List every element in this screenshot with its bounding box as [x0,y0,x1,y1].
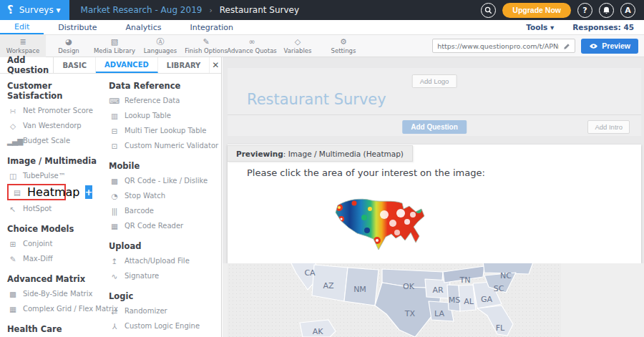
tab-advanced[interactable]: ADVANCED [96,57,158,73]
translate-icon: Ⓐ [157,38,165,47]
logic-fork-icon: ⅄ [109,322,119,331]
add-logo-button[interactable]: Add Logo [412,74,457,88]
item-randomizer[interactable]: ⇄ Randomizer [109,303,221,318]
tab-library[interactable]: LIBRARY [158,57,210,73]
item-net-promoter-score[interactable]: ∺ Net Promoter Score [7,103,109,118]
section-upload: Upload [109,241,221,251]
cursor-icon: ↖ [7,205,18,213]
nav-right: Tools ▾ Responses: 45 [526,23,644,31]
nav-distribute[interactable]: Distribute [44,20,111,34]
item-barcode[interactable]: ||| Barcode [109,203,221,218]
item-max-diff[interactable]: ✎ Max-Diff [7,251,109,266]
survey-header-block: Add Logo Restaurant Survey Add Question … [228,68,641,136]
section-health-care: Health Care [7,324,109,334]
tool-media-library[interactable]: ▧ Media Library [92,35,137,57]
preview-button[interactable]: Preview [581,39,638,54]
usa-states-map[interactable]: CA AZ NM OK AR TN NC SC MS AL GA TX LA F… [228,263,561,337]
tool-design[interactable]: ◕ Design [46,35,92,57]
state-label: LA [434,309,444,318]
tool-variables[interactable]: ◇ Variables [275,35,321,57]
item-complex-grid[interactable]: ▦ Complex Grid / Flex Matrix [7,301,109,316]
item-side-by-side-matrix[interactable]: ▩ Side-By-Side Matrix [7,286,109,301]
state-label: FL [496,323,505,333]
tab-basic[interactable]: BASIC [54,57,96,73]
questionpro-app: ? Surveys ▾ Market Research - Aug 2019 ›… [0,0,644,337]
item-conjoint[interactable]: ⊞ Conjoint [7,236,109,251]
section-customer-satisfaction: Customer Satisfaction [7,81,109,101]
tool-languages[interactable]: Ⓐ Languages [137,35,183,57]
state-label: GA [481,295,493,304]
avatar[interactable]: A [620,3,635,18]
tool-finish-options[interactable]: ✎ Finish Options [183,35,229,57]
tool-settings[interactable]: ⚙ Settings [321,35,366,57]
qr-reader-icon: ▦ [109,222,119,230]
responses-count[interactable]: Responses: 45 [572,23,634,31]
nav-analytics[interactable]: Analytics [112,20,176,34]
question-preview-card: Previewing : Image / Multimedia (Heatmap… [228,145,641,263]
stacked-table-icon: ⊟ [109,127,119,135]
section-image-multimedia: Image / Multimedia [7,156,109,166]
add-heatmap-plus-button[interactable]: + [85,185,93,199]
qr-code-icon: ▩ [109,177,119,185]
item-attach-upload-file[interactable]: ↥ Attach/Upload File [109,253,221,268]
add-question-button[interactable]: Add Question [402,120,467,134]
surveys-menu[interactable]: ? Surveys ▾ [0,0,69,20]
item-lookup-table[interactable]: ▥ Lookup Table [109,108,221,123]
video-icon: ◫ [7,172,18,180]
item-multi-tier-lookup[interactable]: ⊟ Multi Tier Lookup Table [109,123,221,138]
survey-url-field [432,39,575,53]
item-qr-code-reader[interactable]: ▦ QR Code Reader [109,218,221,233]
workspace-icon: ≣ [19,38,26,47]
survey-title[interactable]: Restaurant Survey [247,91,386,108]
breadcrumb-current: Restaurant Survey [220,5,299,15]
section-logic: Logic [109,291,221,301]
stopwatch-icon: ◔ [109,192,119,200]
panel-title: Add Question [0,57,54,73]
survey-url-input[interactable] [437,42,559,50]
image-icon: ▧ [111,38,118,47]
tag-icon: ◇ [295,38,301,47]
help-button[interactable]: ? [577,3,592,18]
item-signature[interactable]: ∿ Signature [109,268,221,283]
tool-advance-quotas[interactable]: ∞ Advance Quotas [229,35,275,57]
question-text: Please click the area of your interest o… [247,167,485,178]
nav-edit[interactable]: Edit [0,20,44,34]
item-qr-like-dislike[interactable]: ▩ QR Code - Like / Dislike [109,173,221,188]
nps-scale-icon: ∺ [7,107,18,115]
keyboard-icon: ⌨ [109,97,119,105]
upgrade-now-button[interactable]: Upgrade Now [502,3,571,18]
heatmap-icon: ▤ [11,188,22,197]
item-custom-logic-engine[interactable]: ⅄ Custom Logic Engine [109,318,221,333]
section-advanced-matrix: Advanced Matrix [7,274,109,284]
close-icon[interactable]: ✕ [210,57,221,73]
question-column-left: Customer Satisfaction ∺ Net Promoter Sco… [7,75,109,337]
barcode-icon: ||| [109,207,119,215]
bar-chart-icon: ▂▄▆ [7,137,18,145]
edit-url-pencil-icon[interactable] [563,39,570,53]
state-label: CA [304,268,316,278]
state-label: AZ [323,281,334,290]
upload-icon: ↥ [109,257,119,265]
add-intro-button[interactable]: Add Intro [587,120,630,134]
state-label: TN [459,275,471,285]
item-budget-scale[interactable]: ▂▄▆ Budget Scale [7,133,109,148]
heatmap-usa-image[interactable] [333,193,427,258]
main-nav: Edit Distribute Analytics Integration To… [0,20,644,35]
item-hotspot[interactable]: ↖ HotSpot [7,201,109,216]
item-heatmap-highlighted[interactable]: ▤ Heatmap + [7,184,66,200]
complex-grid-icon: ▦ [7,305,18,313]
notifications-bell-icon[interactable] [599,3,614,18]
tool-workspace[interactable]: ≣ Workspace [0,35,46,57]
item-tubepulse[interactable]: ◫ TubePulse™ [7,168,109,183]
search-icon[interactable] [481,3,496,18]
item-reference-data[interactable]: ⌨ Reference Data [109,93,221,108]
item-van-westendorp[interactable]: ◇ Van Westendorp [7,118,109,133]
tools-dropdown[interactable]: Tools ▾ [526,23,554,31]
survey-header-actions: Add Question Add Intro [228,114,641,136]
nav-integration[interactable]: Integration [175,20,248,34]
item-stop-watch[interactable]: ◔ Stop Watch [109,188,221,203]
item-custom-numeric-validator[interactable]: ⊡ Custom Numeric Validator [109,138,221,153]
breadcrumb-parent[interactable]: Market Research - Aug 2019 [81,5,203,15]
state-label: OK [403,282,415,291]
background-map-strip: CA AZ NM OK AR TN NC SC MS AL GA TX LA F… [223,263,644,337]
